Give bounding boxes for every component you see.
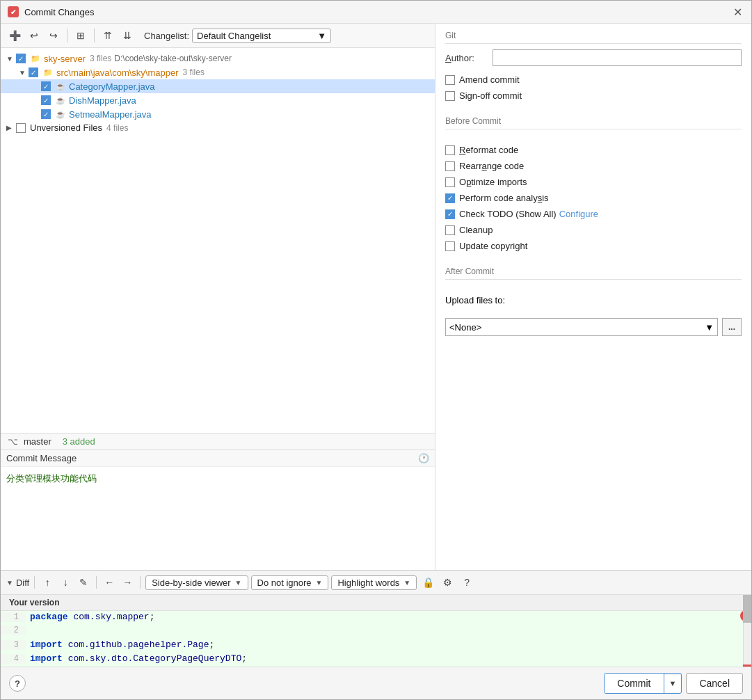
author-row: Author: bbox=[445, 49, 742, 66]
ignore-dropdown[interactable]: Do not ignore ▼ bbox=[251, 575, 329, 590]
undo-button[interactable]: ↩ bbox=[26, 27, 42, 44]
gap bbox=[445, 285, 742, 295]
rearrange-row[interactable]: Rearrange code bbox=[445, 161, 742, 171]
organize-button[interactable]: ⊞ bbox=[72, 27, 89, 44]
tree-item-setmeal-mapper[interactable]: ✓ ☕ SetmealMapper.java bbox=[1, 107, 435, 121]
analyze-checkbox[interactable]: ✓ bbox=[445, 193, 455, 203]
branch-name: master bbox=[24, 436, 51, 447]
expand-button[interactable]: ⇈ bbox=[99, 27, 116, 44]
left-panel: ➕ ↩ ↪ ⊞ ⇈ ⇊ Changelist: Default Changeli… bbox=[1, 24, 435, 570]
code-line-1: 1 package com.sky.mapper; bbox=[1, 611, 751, 625]
gap bbox=[445, 135, 742, 145]
changelist-dropdown[interactable]: Default Changelist ▼ bbox=[192, 29, 331, 43]
add-button[interactable]: ➕ bbox=[6, 27, 23, 44]
todo-row[interactable]: ✓ Check TODO (Show All) Configure bbox=[445, 209, 742, 219]
setmeal-mapper-name: SetmealMapper.java bbox=[69, 109, 152, 120]
forward-diff-btn[interactable]: → bbox=[120, 575, 135, 590]
highlight-dropdown[interactable]: Highlight words ▼ bbox=[331, 575, 417, 590]
status-bar: ⌥ master 3 added bbox=[1, 433, 435, 450]
tree-item-sky-server[interactable]: ▼ ✓ 📁 sky-server 3 files D:\code\sky-tak… bbox=[1, 51, 435, 65]
unversioned-name: Unversioned Files bbox=[30, 122, 102, 133]
line-content: import com.sky.dto.CategoryPageQueryDTO; bbox=[26, 653, 247, 664]
close-button[interactable]: ✕ bbox=[730, 5, 744, 19]
lock-icon-btn[interactable]: 🔒 bbox=[419, 574, 436, 591]
optimize-row[interactable]: Optimize imports bbox=[445, 177, 742, 187]
reformat-checkbox[interactable] bbox=[445, 145, 455, 155]
separator bbox=[34, 576, 35, 589]
commit-button-group: Commit ▼ bbox=[604, 673, 682, 694]
java-file-icon: ☕ bbox=[55, 81, 66, 92]
checkbox-src-main[interactable]: ✓ bbox=[29, 67, 38, 77]
separator bbox=[96, 576, 97, 589]
redo-button[interactable]: ↪ bbox=[45, 27, 62, 44]
code-label: Your version bbox=[1, 595, 751, 611]
upload-label: Upload files to: bbox=[445, 295, 505, 305]
checkbox-setmeal[interactable]: ✓ bbox=[41, 109, 51, 119]
sky-server-meta: 3 files bbox=[90, 54, 111, 63]
line-content: package com.sky.mapper; bbox=[26, 612, 154, 622]
expand-arrow: ▶ bbox=[6, 124, 16, 132]
src-main-meta: 3 files bbox=[183, 67, 205, 77]
todo-checkbox[interactable]: ✓ bbox=[445, 209, 455, 219]
sky-server-path: D:\code\sky-take-out\sky-server bbox=[114, 54, 232, 63]
checkbox-dish[interactable]: ✓ bbox=[41, 95, 51, 105]
git-section-label: Git bbox=[445, 31, 742, 44]
line-content: import com.github.pagehelper.Page; bbox=[26, 639, 214, 650]
checkbox-sky-server[interactable]: ✓ bbox=[16, 54, 26, 63]
configure-link[interactable]: Configure bbox=[559, 209, 598, 219]
copyright-row[interactable]: Update copyright bbox=[445, 241, 742, 251]
sky-server-name: sky-server bbox=[44, 54, 86, 64]
before-commit-label: Before Commit bbox=[445, 116, 742, 129]
edit-diff-btn[interactable]: ✎ bbox=[76, 575, 91, 590]
amend-commit-checkbox[interactable] bbox=[445, 75, 455, 85]
unversioned-meta: 4 files bbox=[106, 123, 128, 133]
amend-commit-row[interactable]: Amend commit bbox=[445, 74, 742, 85]
cancel-button[interactable]: Cancel bbox=[686, 673, 743, 694]
tree-item-unversioned[interactable]: ▶ Unversioned Files 4 files bbox=[1, 121, 435, 134]
tree-item-category-mapper[interactable]: ✓ ☕ CategoryMapper.java bbox=[1, 79, 435, 93]
analyze-row[interactable]: ✓ Perform code analysis bbox=[445, 193, 742, 203]
upload-value: <None> bbox=[449, 322, 481, 333]
author-input[interactable] bbox=[493, 49, 742, 66]
checkbox-unversioned[interactable] bbox=[16, 123, 26, 133]
commit-button[interactable]: Commit bbox=[605, 674, 664, 693]
viewer-dropdown[interactable]: Side-by-side viewer ▼ bbox=[145, 575, 248, 590]
copyright-checkbox[interactable] bbox=[445, 241, 455, 251]
scrollbar[interactable] bbox=[743, 595, 751, 667]
error-scroll-marker bbox=[743, 665, 751, 667]
app-icon: ✔ bbox=[8, 6, 19, 17]
line-number: 1 bbox=[1, 612, 26, 622]
scrollbar-thumb bbox=[743, 595, 751, 623]
author-label: Author: bbox=[445, 53, 487, 63]
sign-off-checkbox[interactable] bbox=[445, 91, 455, 101]
separator bbox=[140, 576, 141, 589]
sign-off-row[interactable]: Sign-off commit bbox=[445, 90, 742, 101]
collapse-button[interactable]: ⇊ bbox=[119, 27, 136, 44]
commit-dropdown-arrow[interactable]: ▼ bbox=[664, 675, 682, 692]
code-container: Your version 1 package com.sky.mapper; 2… bbox=[1, 595, 751, 667]
back-diff-btn[interactable]: ← bbox=[102, 575, 117, 590]
next-diff-btn[interactable]: ↓ bbox=[58, 575, 73, 590]
tree-item-dish-mapper[interactable]: ✓ ☕ DishMapper.java bbox=[1, 93, 435, 107]
commit-message-input[interactable]: 分类管理模块功能代码 bbox=[1, 467, 435, 568]
folder-icon: 📁 bbox=[30, 53, 41, 64]
cleanup-checkbox[interactable] bbox=[445, 225, 455, 235]
reformat-row[interactable]: Reformat code bbox=[445, 145, 742, 155]
help-button[interactable]: ? bbox=[9, 675, 26, 692]
added-badge: 3 added bbox=[63, 436, 95, 447]
upload-dropdown[interactable]: <None> ▼ bbox=[445, 318, 718, 336]
main-content: ➕ ↩ ↪ ⊞ ⇈ ⇊ Changelist: Default Changeli… bbox=[1, 24, 751, 570]
checkbox-category[interactable]: ✓ bbox=[41, 81, 51, 91]
separator bbox=[94, 29, 95, 42]
upload-more-btn[interactable]: ... bbox=[722, 318, 742, 336]
prev-diff-btn[interactable]: ↑ bbox=[40, 575, 55, 590]
optimize-checkbox[interactable] bbox=[445, 177, 455, 187]
commit-message-label: Commit Message bbox=[6, 453, 77, 463]
cleanup-row[interactable]: Cleanup bbox=[445, 225, 742, 235]
help-icon-btn[interactable]: ? bbox=[458, 574, 475, 591]
diff-toggle[interactable]: ▼ Diff bbox=[6, 578, 29, 588]
tree-item-src-main[interactable]: ▼ ✓ 📁 src\main\java\com\sky\mapper 3 fil… bbox=[1, 65, 435, 79]
settings-icon-btn[interactable]: ⚙ bbox=[439, 574, 456, 591]
diff-arrow: ▼ bbox=[6, 579, 13, 587]
rearrange-checkbox[interactable] bbox=[445, 161, 455, 171]
